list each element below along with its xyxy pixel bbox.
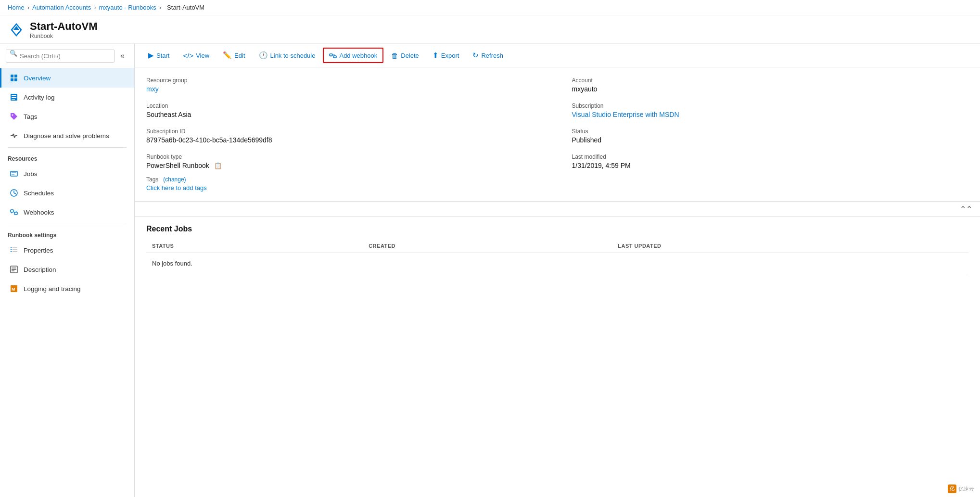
tags-label: Tags [146, 176, 158, 183]
details-grid: Resource group mxy Account mxyauto Locat… [146, 77, 968, 169]
breadcrumb-current: Start-AutoVM [167, 4, 204, 11]
tags-row: Tags (change) Click here to add tags [146, 175, 968, 191]
svg-rect-39 [330, 54, 332, 56]
watermark-icon: 亿 [948, 484, 956, 493]
toolbar: ▶ Start </> View ✏️ Edit 🕐 Link to sched… [135, 44, 980, 67]
view-button[interactable]: </> View [177, 49, 215, 63]
svg-rect-18 [12, 174, 14, 175]
sidebar-item-diagnose[interactable]: Diagnose and solve problems [0, 126, 134, 145]
sidebar-item-activity-log-label: Activity log [24, 94, 55, 101]
sidebar-search-container: 🔍 « [0, 44, 134, 68]
col-status: STATUS [146, 239, 363, 253]
svg-rect-22 [11, 210, 13, 212]
properties-icon [9, 245, 19, 255]
page-header: Start-AutoVM Runbook [0, 15, 980, 44]
sidebar-item-properties[interactable]: Properties [0, 241, 134, 260]
collapse-sidebar-button[interactable]: « [116, 49, 128, 63]
subscription-id-item: Subscription ID 87975a6b-0c23-410c-bc5a-… [146, 128, 543, 144]
runbook-type-label: Runbook type [146, 153, 543, 160]
export-icon: ⬆ [433, 51, 439, 60]
location-value: Southeast Asia [146, 111, 543, 118]
sidebar-item-tags[interactable]: Tags [0, 107, 134, 126]
edit-button[interactable]: ✏️ Edit [217, 48, 251, 63]
svg-rect-3 [14, 75, 17, 77]
refresh-button[interactable]: ↻ Refresh [467, 48, 509, 63]
breadcrumb-runbooks[interactable]: mxyauto - Runbooks [99, 4, 156, 11]
breadcrumb: Home › Automation Accounts › mxyauto - R… [0, 0, 980, 15]
sidebar-item-overview-label: Overview [24, 75, 51, 82]
sidebar-item-tags-label: Tags [24, 113, 38, 120]
recent-jobs-title: Recent Jobs [146, 225, 968, 233]
tags-icon [9, 112, 19, 121]
no-jobs-message: No jobs found. [146, 253, 968, 274]
sidebar-item-jobs[interactable]: Jobs [0, 164, 134, 183]
account-value: mxyauto [572, 85, 969, 93]
resource-group-value[interactable]: mxy [146, 85, 543, 93]
breadcrumb-home[interactable]: Home [8, 4, 25, 11]
svg-line-21 [14, 193, 16, 194]
sidebar-item-webhooks[interactable]: Webhooks [0, 203, 134, 222]
subscription-id-label: Subscription ID [146, 128, 543, 135]
collapse-details-button[interactable]: ⌃⌃ [960, 204, 972, 214]
runbook-type-item: Runbook type PowerShell Runbook 📋 [146, 153, 543, 169]
link-schedule-button[interactable]: 🕐 Link to schedule [253, 48, 321, 63]
last-modified-item: Last modified 1/31/2019, 4:59 PM [572, 153, 969, 169]
delete-button[interactable]: 🗑 Delete [385, 49, 425, 63]
svg-line-14 [14, 136, 15, 138]
edit-icon: ✏️ [223, 51, 232, 60]
tags-change-link[interactable]: (change) [163, 176, 186, 183]
table-row: No jobs found. [146, 253, 968, 274]
svg-rect-2 [11, 75, 13, 77]
settings-header: Runbook settings [0, 226, 134, 241]
resource-group-item: Resource group mxy [146, 77, 543, 93]
start-icon: ▶ [148, 51, 154, 60]
breadcrumb-accounts[interactable]: Automation Accounts [32, 4, 91, 11]
sidebar-item-jobs-label: Jobs [24, 170, 38, 178]
add-webhook-icon [329, 51, 337, 60]
add-webhook-button[interactable]: Add webhook [323, 48, 383, 63]
start-button[interactable]: ▶ Start [142, 48, 175, 63]
svg-rect-23 [14, 212, 17, 215]
sidebar-item-description-label: Description [24, 266, 56, 273]
svg-rect-40 [333, 56, 336, 58]
location-label: Location [146, 102, 543, 109]
sidebar-item-activity-log[interactable]: Activity log [0, 88, 134, 107]
search-input[interactable] [6, 50, 115, 63]
runbook-icon [8, 21, 25, 38]
logging-icon: M [9, 284, 19, 293]
diagnose-icon [9, 131, 19, 140]
watermark-text: 亿速云 [958, 485, 974, 493]
sidebar-item-description[interactable]: Description [0, 260, 134, 279]
collapse-details: ⌃⌃ [135, 202, 980, 217]
status-item: Status Published [572, 128, 969, 144]
sidebar-item-overview[interactable]: Overview [0, 68, 134, 88]
status-value: Published [572, 136, 969, 144]
svg-rect-8 [12, 97, 16, 98]
svg-rect-9 [12, 99, 15, 100]
tags-add-link[interactable]: Click here to add tags [146, 184, 968, 191]
subscription-item: Subscription Visual Studio Enterprise wi… [572, 102, 969, 118]
sidebar-item-logging[interactable]: M Logging and tracing [0, 279, 134, 298]
copy-icon[interactable]: 📋 [214, 162, 222, 169]
sidebar-item-schedules[interactable]: Schedules [0, 183, 134, 203]
col-created: CREATED [363, 239, 612, 253]
svg-rect-17 [12, 172, 16, 173]
subscription-label: Subscription [572, 102, 969, 109]
sidebar-item-logging-label: Logging and tracing [24, 285, 81, 293]
account-item: Account mxyauto [572, 77, 969, 93]
view-icon: </> [183, 51, 193, 60]
watermark: 亿 亿速云 [948, 484, 974, 493]
last-modified-value: 1/31/2019, 4:59 PM [572, 162, 969, 169]
sidebar: 🔍 « Overview Activity log [0, 44, 135, 497]
activity-log-icon [9, 92, 19, 102]
svg-text:M: M [12, 287, 15, 292]
subscription-value[interactable]: Visual Studio Enterprise with MSDN [572, 111, 969, 118]
sidebar-item-schedules-label: Schedules [24, 190, 54, 197]
schedules-icon [9, 188, 19, 198]
account-label: Account [572, 77, 969, 84]
export-button[interactable]: ⬆ Export [427, 48, 465, 63]
recent-jobs-section: Recent Jobs STATUS CREATED LAST UPDATED … [135, 217, 980, 282]
link-schedule-icon: 🕐 [259, 51, 268, 60]
delete-icon: 🗑 [391, 51, 398, 60]
resource-group-label: Resource group [146, 77, 543, 84]
